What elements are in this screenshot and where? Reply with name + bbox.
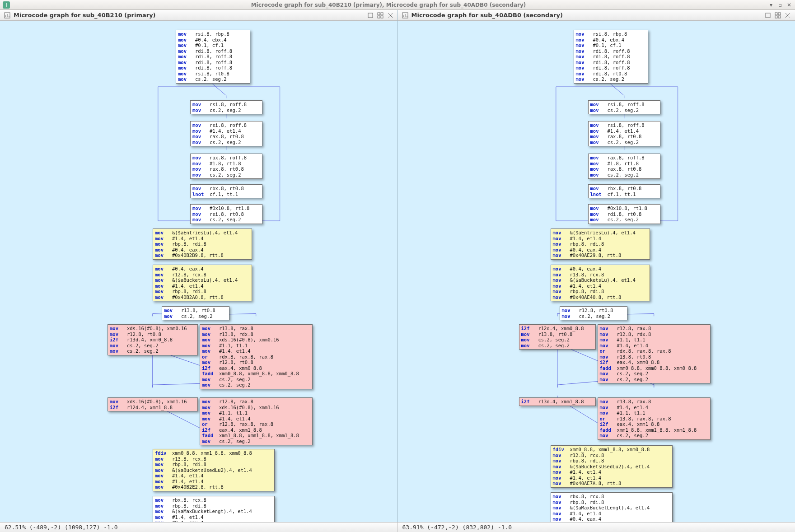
graph-node[interactable]: mov &($aEntriesLu).4, et1.4 mov #1.4, et… [551,229,650,260]
graph-node[interactable]: mov rbx.8, rt0.8 lnot cf.1, tt.1 [588,184,660,198]
graph-canvas-secondary[interactable]: mov rsi.8, rbp.8 mov #0.4, ebx.4 mov #0.… [398,21,795,522]
svg-rect-6 [368,13,373,18]
detach-icon[interactable] [367,12,374,19]
graph-node[interactable]: mov r12.8, rax.8 mov xds.16(#0.8), xmm1.… [200,397,313,445]
graph-node[interactable]: mov rsi.8, rbp.8 mov #0.4, ebx.4 mov #0.… [574,30,648,84]
pane-header-primary: Microcode graph for sub_40B210 (primary) [0,10,398,21]
graph-node[interactable]: mov r13.8, rt0.8 mov cs.2, seg.2 [162,306,229,320]
svg-rect-10 [381,16,383,18]
pane-title-primary: Microcode graph for sub_40B210 (primary) [14,12,156,19]
graph-icon [4,12,11,19]
graph-node[interactable]: mov rbx.8, rt0.8 lnot cf.1, tt.1 [190,184,262,198]
svg-rect-8 [381,13,383,15]
maximize-icon[interactable]: ▫ [777,2,783,8]
graph-node[interactable]: mov rbx.8, rcx.8 mov rbp.8, rdi.8 mov &(… [153,496,275,522]
graph-node[interactable]: fdiv xmm0_8.8, xmm1_8.8, xmm0_8.8 mov r1… [153,449,275,491]
graph-node[interactable]: mov rax.8, roff.8 mov #1.8, rt1.8 mov ra… [190,154,262,179]
status-bar: 62.51% (-489,-2) (1098,127) -1.0 63.91% … [0,522,795,532]
graph-node[interactable]: mov #0x10.8, rt1.8 mov rsi.8, rt0.8 mov … [190,204,262,224]
graph-node[interactable]: mov r12.8, rax.8 mov r12.8, rdx.8 mov #1… [598,324,711,383]
graph-node[interactable]: mov #0.4, eax.4 mov r13.8, rcx.8 mov &($… [551,265,650,301]
layout-icon[interactable] [774,12,781,19]
window-titlebar: I Microcode graph for sub_40B210 (primar… [0,0,795,10]
graph-node[interactable]: mov r13.8, rax.8 mov r13.8, rdx.8 mov xd… [200,324,313,389]
svg-rect-21 [778,16,781,18]
graph-node[interactable]: i2f r12d.4, xmm0_8.8 mov r13.8, rt0.8 mo… [519,324,596,350]
svg-rect-19 [778,13,781,15]
graph-node[interactable]: mov rax.8, roff.8 mov #1.8, rt1.8 mov ra… [588,154,660,179]
graph-node[interactable]: mov r12.8, rt0.8 mov cs.2, seg.2 [560,306,627,320]
pane-secondary: Microcode graph for sub_40ADB0 (secondar… [398,10,795,522]
svg-rect-20 [775,16,777,18]
pane-close-icon[interactable] [387,12,394,19]
pane-title-secondary: Microcode graph for sub_40ADB0 (secondar… [412,12,563,19]
pane-header-secondary: Microcode graph for sub_40ADB0 (secondar… [398,10,795,21]
graph-node[interactable]: mov rsi.8, roff.8 mov cs.2, seg.2 [588,100,660,114]
graph-node[interactable]: mov xds.16(#0.8), xmm1.16 i2f r12d.4, xm… [108,397,198,411]
svg-rect-18 [775,13,777,15]
app-icon: I [3,1,10,9]
graph-canvas-primary[interactable]: mov rsi.8, rbp.8 mov #0.4, ebx.4 mov #0.… [0,21,398,522]
graph-node[interactable]: mov rsi.8, rbp.8 mov #0.4, ebx.4 mov #0.… [176,30,250,84]
graph-node[interactable]: mov rsi.8, roff.8 mov #1.4, et1.4 mov ra… [588,121,660,146]
minimize-icon[interactable]: ▾ [768,2,774,8]
close-icon[interactable]: ✕ [786,2,792,8]
svg-rect-17 [766,13,770,18]
graph-node[interactable]: mov rsi.8, roff.8 mov #1.4, et1.4 mov ra… [190,121,262,146]
svg-text:I: I [5,2,7,8]
graph-icon [402,12,409,19]
graph-node[interactable]: i2f r13d.4, xmm1_8.8 [519,397,596,406]
layout-icon[interactable] [377,12,384,19]
svg-rect-7 [378,13,380,15]
window-title: Microcode graph for sub_40B210 (primary)… [12,2,765,8]
svg-rect-9 [378,16,380,18]
pane-container: Microcode graph for sub_40B210 (primary)… [0,10,795,522]
graph-node[interactable]: fdiv xmm0_8.8, xmm1_8.8, xmm0_8.8 mov r1… [551,445,673,488]
pane-primary: Microcode graph for sub_40B210 (primary)… [0,10,398,522]
graph-node[interactable]: mov rbx.8, rcx.8 mov rbp.8, rdi.8 mov &(… [551,492,673,522]
graph-node[interactable]: mov rsi.8, roff.8 mov cs.2, seg.2 [190,100,262,114]
detach-icon[interactable] [764,12,772,19]
status-primary: 62.51% (-489,-2) (1098,127) -1.0 [0,524,398,531]
graph-node[interactable]: mov r13.8, rax.8 mov #1.4, et1.4 mov #1.… [598,397,711,440]
graph-node[interactable]: mov &($aEntriesLu).4, et1.4 mov #1.4, et… [153,229,252,260]
status-secondary: 63.91% (-472,-2) (832,802) -1.0 [398,524,795,531]
graph-node[interactable]: mov #0.4, eax.4 mov r12.8, rcx.8 mov &($… [153,265,252,301]
graph-node[interactable]: mov #0x10.8, rt1.8 mov rdi.8, rt0.8 mov … [588,204,660,224]
pane-close-icon[interactable] [784,12,791,19]
graph-node[interactable]: mov xds.16(#0.8), xmm0.16 mov r12.8, rt0… [108,324,198,355]
